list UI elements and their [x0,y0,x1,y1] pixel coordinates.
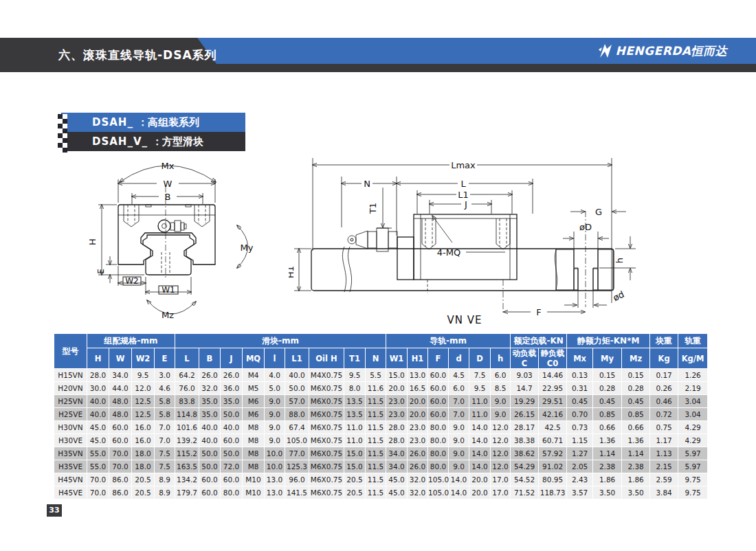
dim-od-counterbore: øD [563,222,609,249]
cell: 5.8 [155,408,175,421]
cell: 0.26 [650,382,678,395]
model-cell: H15VN [54,369,87,382]
cell: 3.50 [622,486,650,499]
cell: 0.70 [567,408,593,421]
cell: 8.9 [155,473,175,486]
cell: 45.0 [386,473,408,486]
cell: 28.0 [87,369,109,382]
cell: 9.0 [491,408,511,421]
cell: 14.0 [469,421,491,434]
cell: 23.0 [386,408,408,421]
cell: 11.0 [344,421,366,434]
column-header: Kg [650,348,678,369]
cell: 50.0 [221,408,243,421]
cell: 9.5 [469,382,491,395]
cell: 1.36 [622,434,650,447]
cell: 20.0 [469,473,491,486]
cell: 18.0 [132,447,155,460]
column-header: d [449,348,469,369]
cell: 32.0 [199,382,221,395]
series-desc: ：方型滑块 [152,135,203,148]
cell: 60.71 [539,434,567,447]
cell: 71.52 [511,486,539,499]
cell: 12.0 [491,434,511,447]
label-h1: H1 [289,266,296,278]
cell: 0.28 [622,382,650,395]
front-view-diagram: Mx W B [81,148,287,330]
cell: 14.0 [449,473,469,486]
cell: 3.04 [678,408,708,421]
cell: 55.0 [87,460,109,473]
cell: 26.15 [511,408,539,421]
cell: M10 [243,473,265,486]
cell: 38.62 [511,447,539,460]
cell: 7.0 [449,395,469,408]
cell: 70.0 [87,486,109,499]
cell: 0.66 [622,421,650,434]
cell: 70.0 [87,473,109,486]
cell: 4.6 [155,382,175,395]
column-header: 静负载C0 [539,348,567,369]
column-header: H1 [408,348,428,369]
cell: 11.5 [366,421,386,434]
cell: 40.0 [199,421,221,434]
cell: 86.0 [109,486,132,499]
cell: 34.0 [386,447,408,460]
cell: 0.13 [567,369,593,382]
model-cell: H25VN [54,395,87,408]
cell: 48.0 [109,395,132,408]
cell: 3.50 [593,486,622,499]
cell: 0.73 [567,421,593,434]
column-header: H [87,348,109,369]
cell: 30.0 [87,382,109,395]
series-code: DSAH_V_ [92,135,148,148]
dim-e: E [96,256,117,283]
cell: 2.15 [650,460,678,473]
cell: 134.2 [175,473,199,486]
rail-side [311,247,614,292]
cell: 32.0 [408,473,428,486]
cell: 72.0 [221,460,243,473]
cell: 12.5 [132,395,155,408]
cell: 12.0 [491,460,511,473]
side-view-diagram: Lmax N L L1 J T1 [289,148,653,328]
cell: 96.0 [285,473,309,486]
cell: 42.5 [539,421,567,434]
column-header: Kg/M [678,348,708,369]
dim-j: J [430,199,491,214]
dim-f: F [503,280,585,317]
cell: 16.5 [408,382,428,395]
cell: 15.0 [386,369,408,382]
page-number: 33 [47,504,62,517]
cell: 38.38 [511,434,539,447]
column-header: N [366,348,386,369]
cell: 14.7 [511,382,539,395]
label-t1: T1 [368,203,378,214]
cell: 11.5 [366,486,386,499]
column-header: W [109,348,132,369]
cell: 3.57 [567,486,593,499]
column-header: F [428,348,449,369]
label-n: N [364,179,370,189]
model-cell: H45VN [54,473,87,486]
cell: 29.51 [539,395,567,408]
cell: 28.17 [511,421,539,434]
cell: 44.0 [109,382,132,395]
cell: 23.0 [408,434,428,447]
label-b: B [165,192,171,202]
table-row: H35VE55.070.018.07.5163.550.072.0M810.01… [54,460,708,473]
cell: M6X0.75 [309,434,344,447]
cell: 11.0 [469,395,491,408]
cell: 76.0 [175,382,199,395]
cell: 11.5 [366,434,386,447]
group-header: 轨重 [678,334,708,348]
cell: 34.0 [386,460,408,473]
cell: 8.5 [491,382,511,395]
cell: 11.5 [366,460,386,473]
cell: 118.73 [539,486,567,499]
model-cell: H45VE [54,486,87,499]
cell: 45.0 [87,421,109,434]
cell: 40.0 [87,395,109,408]
cell: 80.0 [428,434,449,447]
cell: 4.5 [449,369,469,382]
